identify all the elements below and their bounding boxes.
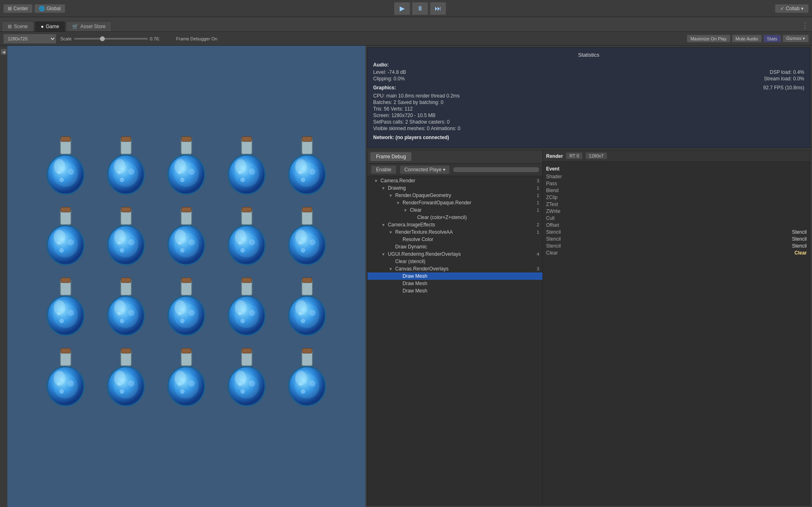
fdr-zwrite-row: ZWrite bbox=[546, 208, 807, 214]
fd-arrow-icon: ▼ bbox=[381, 252, 385, 257]
fdr-offset-row: Offset bbox=[546, 222, 807, 228]
fd-item-label: UGUI.Rendering.RenderOverlays bbox=[388, 251, 461, 257]
svg-point-21 bbox=[180, 178, 184, 182]
fd-tree-item-draw_mesh_2[interactable]: Draw Mesh bbox=[367, 280, 542, 287]
fd-item-count: 3 bbox=[531, 266, 539, 271]
svg-point-125 bbox=[60, 390, 64, 394]
fd-arrow-icon: ▼ bbox=[396, 201, 400, 205]
tab-scene[interactable]: ⊞ Scene bbox=[2, 21, 34, 31]
tab-asset-store[interactable]: 🛒 Asset Store bbox=[66, 21, 112, 31]
fd-tree-item-resolve_color[interactable]: Resolve Color bbox=[367, 236, 542, 243]
fd-tree-item-draw_mesh_1[interactable]: Draw Mesh bbox=[367, 272, 542, 280]
svg-point-100 bbox=[174, 303, 199, 328]
main-content: ◀ Statistics Audio: Level: -74.8 dB DSP … bbox=[0, 46, 812, 507]
fdr-event-label: Event bbox=[546, 166, 560, 172]
svg-rect-25 bbox=[242, 137, 252, 142]
collab-button[interactable]: ✓ Collab ▾ bbox=[775, 4, 809, 13]
frame-debug-panel: Frame Debug Enable Connected Playe ▾ ▼Ca… bbox=[367, 150, 810, 505]
fd-item-label: Clear bbox=[410, 207, 422, 213]
fd-tree-item-render_forward[interactable]: ▼RenderForwardOpaque.Render1 bbox=[367, 199, 542, 206]
fdr-size-value: 1280x7 bbox=[586, 153, 607, 159]
bottle-item bbox=[279, 204, 336, 271]
scale-slider[interactable] bbox=[74, 38, 148, 40]
tab-overflow-icon[interactable]: ⋮ bbox=[801, 21, 809, 30]
svg-point-151 bbox=[238, 383, 241, 386]
svg-point-103 bbox=[178, 312, 181, 315]
fdr-shader-label: Shader bbox=[546, 174, 562, 179]
svg-rect-97 bbox=[181, 278, 191, 283]
fd-tree-item-clear[interactable]: ▼Clear1 bbox=[367, 206, 542, 214]
fd-arrow-icon: ▼ bbox=[389, 230, 393, 235]
stats-tris: Tris: 56 Verts: 112 bbox=[373, 106, 804, 112]
svg-point-158 bbox=[310, 381, 315, 386]
fdr-ztest-row: ZTest bbox=[546, 201, 807, 207]
svg-point-68 bbox=[235, 233, 259, 257]
svg-rect-121 bbox=[61, 348, 71, 353]
svg-rect-89 bbox=[121, 278, 131, 283]
fdr-zwrite-label: ZWrite bbox=[546, 208, 560, 214]
stats-button[interactable]: Stats bbox=[763, 35, 781, 42]
svg-point-135 bbox=[117, 383, 121, 386]
bottles-container bbox=[37, 133, 336, 412]
fd-item-count: 1 bbox=[531, 186, 539, 190]
svg-point-37 bbox=[301, 178, 305, 182]
maximize-on-play-button[interactable]: Maximize On Play bbox=[687, 35, 730, 42]
svg-point-71 bbox=[238, 241, 241, 245]
step-button[interactable]: ⏭ bbox=[430, 2, 446, 15]
fd-enable-button[interactable]: Enable bbox=[371, 165, 396, 174]
svg-point-13 bbox=[120, 178, 124, 182]
fd-progress-bar[interactable] bbox=[453, 167, 539, 172]
mute-audio-button[interactable]: Mute Audio bbox=[732, 35, 762, 42]
stats-graphics-row: Graphics: 92.7 FPS (10.8ms) bbox=[373, 85, 804, 92]
bottle-item bbox=[37, 274, 94, 341]
fd-tree-item-ugui_render[interactable]: ▼UGUI.Rendering.RenderOverlays4 bbox=[367, 250, 542, 258]
play-icon: ▶ bbox=[400, 4, 405, 12]
svg-point-29 bbox=[241, 178, 245, 182]
fdr-stencil2-value: Stencil bbox=[792, 236, 807, 242]
svg-point-12 bbox=[114, 162, 138, 187]
svg-rect-41 bbox=[61, 207, 71, 212]
bottle-item bbox=[97, 204, 155, 271]
stats-audio-section: Audio: Level: -74.8 dB DSP load: 0.4% Cl… bbox=[373, 62, 804, 82]
fd-tree-item-camera_image[interactable]: ▼Camera.ImageEffects2 bbox=[367, 221, 542, 228]
svg-rect-105 bbox=[242, 278, 252, 283]
fd-item-label: Clear (stencil) bbox=[395, 259, 425, 264]
fd-tree-item-camera_render[interactable]: ▼Camera.Render3 bbox=[367, 177, 542, 184]
top-bar: ⊞ Center 🌐 Global ▶ ⏸ ⏭ ✓ Collab ▾ bbox=[0, 0, 812, 17]
frame-debugger-label[interactable]: Frame Debugger On bbox=[176, 36, 217, 41]
fd-item-count: 1 bbox=[531, 193, 539, 198]
fd-tree-item-clear_stencil[interactable]: Clear (color+Z+stencil) bbox=[367, 214, 542, 221]
fdr-stencil3-label: Stencil bbox=[546, 243, 561, 249]
fd-tree-item-canvas_render[interactable]: ▼Canvas.RenderOverlays3 bbox=[367, 265, 542, 272]
svg-point-47 bbox=[57, 241, 60, 245]
svg-point-143 bbox=[178, 383, 181, 386]
fdr-zclip-label: ZClip bbox=[546, 195, 558, 200]
fd-connected-button[interactable]: Connected Playe ▾ bbox=[400, 165, 450, 174]
resolution-select[interactable]: 1280x720 bbox=[3, 34, 56, 44]
playback-controls: ▶ ⏸ ⏭ bbox=[68, 2, 773, 15]
play-button[interactable]: ▶ bbox=[394, 2, 410, 15]
fd-item-label: Clear (color+Z+stencil) bbox=[417, 215, 467, 220]
top-bar-right: ✓ Collab ▾ bbox=[775, 4, 809, 13]
stats-title: Statistics bbox=[373, 52, 804, 58]
gizmos-button[interactable]: Gizmos ▾ bbox=[783, 35, 809, 42]
sidebar-collapse-arrow[interactable]: ◀ bbox=[1, 49, 7, 55]
pause-button[interactable]: ⏸ bbox=[412, 2, 428, 15]
fd-tree-item-render_texture[interactable]: ▼RenderTexture.ResolveAA1 bbox=[367, 228, 542, 236]
fd-tree-item-render_opaque[interactable]: ▼Render.OpaqueGeometry1 bbox=[367, 192, 542, 199]
statistics-panel: Statistics Audio: Level: -74.8 dB DSP lo… bbox=[367, 47, 810, 148]
svg-point-7 bbox=[57, 171, 60, 174]
svg-point-53 bbox=[120, 248, 124, 252]
svg-point-101 bbox=[180, 319, 184, 323]
fd-tree-item-draw_mesh_3[interactable]: Draw Mesh bbox=[367, 287, 542, 294]
global-button[interactable]: 🌐 Global bbox=[34, 4, 65, 13]
fd-tree-item-clear_stencil2[interactable]: Clear (stencil) bbox=[367, 258, 542, 265]
fd-tree-item-drawing[interactable]: ▼Drawing1 bbox=[367, 184, 542, 192]
fd-tree-item-draw_dynamic[interactable]: Draw Dynamic bbox=[367, 243, 542, 250]
fd-connected-label: Connected Playe ▾ bbox=[404, 167, 445, 173]
svg-point-93 bbox=[120, 319, 124, 323]
center-button[interactable]: ⊞ Center bbox=[3, 4, 33, 13]
frame-debug-tab[interactable]: Frame Debug bbox=[370, 152, 412, 162]
svg-point-77 bbox=[301, 248, 305, 252]
tab-game[interactable]: ● Game bbox=[35, 21, 65, 31]
